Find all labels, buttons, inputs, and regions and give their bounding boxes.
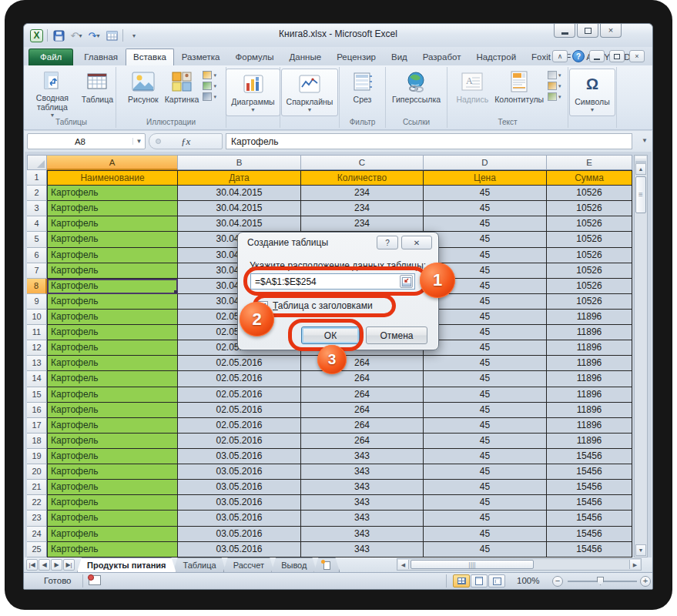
vertical-scrollbar[interactable]: ▲ ▼ [634,155,648,557]
data-cell[interactable]: 45 [424,403,547,418]
first-sheet-icon[interactable]: |◀ [26,559,38,571]
normal-view-button[interactable] [453,574,470,588]
name-cell[interactable]: Картофель [47,186,178,201]
dialog-close-icon[interactable]: ✕ [401,236,432,249]
name-cell[interactable]: Картофель [47,340,178,356]
name-cell[interactable]: Картофель [47,434,178,449]
scroll-up-icon[interactable]: ▲ [635,163,646,175]
data-cell[interactable]: 343 [301,542,424,557]
tab-разметка[interactable]: Разметка [174,49,228,65]
data-cell[interactable]: 02.05.2016 [178,434,301,449]
data-cell[interactable]: 02.05.2016 [178,403,301,418]
data-cell[interactable]: 10526 [547,232,632,247]
name-cell[interactable]: Картофель [47,511,178,526]
column-header-C[interactable]: C [301,155,424,170]
row-header-6[interactable]: 6 [27,248,47,263]
tab-вставка[interactable]: Вставка [126,49,174,65]
zoom-level[interactable]: 100% [517,576,539,585]
zoom-out-icon[interactable]: − [552,576,563,587]
row-header-20[interactable]: 20 [27,464,47,480]
data-cell[interactable]: 10526 [547,248,632,263]
data-cell[interactable]: 45 [424,449,547,464]
data-cell[interactable]: 10526 [547,201,632,216]
screenshot-button[interactable]: ▾ [203,92,216,101]
data-cell[interactable]: 10526 [547,294,632,310]
book-restore-button[interactable] [609,50,625,62]
data-cell[interactable]: 02.05.2016 [178,418,301,434]
close-button[interactable]: × [600,24,622,38]
name-cell[interactable]: Картофель [47,480,178,495]
data-cell[interactable]: 45 [424,387,547,403]
insert-sheet-tab[interactable] [313,557,340,572]
data-cell[interactable]: 11896 [547,310,632,325]
data-cell[interactable]: 15456 [547,542,632,557]
data-cell[interactable]: 03.05.2016 [178,542,301,557]
data-cell[interactable]: 234 [301,186,424,201]
minimize-button[interactable] [554,24,575,38]
header-cell[interactable]: Наименование [47,170,178,186]
data-cell[interactable]: 03.05.2016 [178,495,301,511]
name-cell[interactable]: Картофель [47,216,178,232]
data-cell[interactable]: 45 [424,216,547,232]
book-minimize-button[interactable] [589,50,605,62]
data-cell[interactable]: 02.05.2016 [178,387,301,403]
split-handle[interactable] [635,156,646,162]
row-header-8[interactable]: 8 [27,279,47,294]
data-cell[interactable]: 11896 [547,418,632,434]
tab-данные[interactable]: Данные [282,49,330,65]
sheet-tab-продукты-питания[interactable]: Продукты питания [77,557,176,572]
shapes-button[interactable]: ▾ [203,71,216,79]
sheet-tab-рассчет[interactable]: Рассчет [223,557,275,572]
data-cell[interactable]: 45 [424,527,547,542]
data-cell[interactable]: 11896 [547,325,632,340]
row-header-24[interactable]: 24 [27,527,47,542]
data-cell[interactable]: 03.05.2016 [178,527,301,542]
name-cell[interactable]: Картофель [47,449,178,464]
slicer-button[interactable]: Срез [350,69,375,116]
cancel-button[interactable]: Отмена [366,326,427,344]
row-header-14[interactable]: 14 [27,371,47,387]
name-cell[interactable]: Картофель [47,495,178,511]
row-header-15[interactable]: 15 [27,387,47,403]
name-cell[interactable]: Картофель [47,294,178,310]
hyperlink-button[interactable]: Гиперссылка [390,69,443,116]
name-cell[interactable]: Картофель [47,418,178,434]
horizontal-scrollbar[interactable]: ◀ |||| ▶ [397,558,642,571]
data-cell[interactable]: 343 [301,480,424,495]
tab-главная[interactable]: Главная [76,49,126,65]
data-cell[interactable]: 45 [424,511,547,526]
row-header-9[interactable]: 9 [27,294,47,310]
formula-input[interactable]: Картофель [226,133,632,149]
row-header-4[interactable]: 4 [27,216,47,232]
smartart-button[interactable]: ▾ [203,82,216,90]
zoom-slider-thumb[interactable] [597,577,604,585]
sheet-tab-таблица[interactable]: Таблица [173,557,226,572]
data-cell[interactable]: 30.04.2015 [178,216,301,232]
data-cell[interactable]: 02.05.2016 [178,371,301,387]
data-cell[interactable]: 11896 [547,403,632,418]
name-cell[interactable]: Картофель [47,403,178,418]
next-sheet-icon[interactable]: ▶ [51,559,62,571]
data-cell[interactable]: 03.05.2016 [178,449,301,464]
name-cell[interactable]: Картофель [47,371,178,387]
object-button[interactable]: ▾ [548,92,561,101]
page-break-view-button[interactable] [488,574,505,588]
data-cell[interactable]: 264 [301,371,424,387]
picture-button[interactable]: Рисунок [126,69,161,116]
column-header-B[interactable]: B [178,155,301,170]
data-cell[interactable]: 343 [301,449,424,464]
page-layout-view-button[interactable] [471,574,488,588]
pivot-button[interactable]: Сводная таблица▼ [27,69,78,116]
tab-формулы[interactable]: Формулы [228,49,282,65]
insert-function-icon[interactable]: ƒx [181,136,190,148]
symbols-button[interactable]: ΩСимволы▼ [569,69,615,116]
row-header-1[interactable]: 1 [27,170,47,186]
data-cell[interactable]: 15456 [547,527,632,542]
scroll-right-icon[interactable]: ▶ [629,560,640,569]
data-cell[interactable]: 234 [301,216,424,232]
select-all-corner[interactable] [27,155,47,170]
scroll-down-icon[interactable]: ▼ [635,544,646,556]
data-cell[interactable]: 02.05.2016 [178,356,301,371]
name-cell[interactable]: Картофель [47,387,178,403]
zoom-in-icon[interactable]: + [640,576,651,587]
